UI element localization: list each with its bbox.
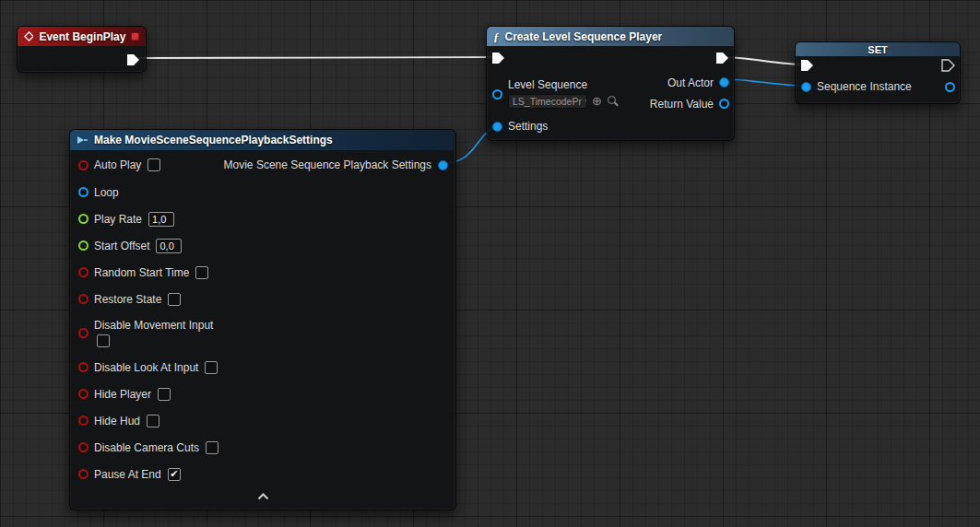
- function-node-header[interactable]: ƒ Create Level Sequence Player: [487, 27, 734, 46]
- node-title: SET: [868, 44, 887, 55]
- checkbox[interactable]: [158, 388, 171, 401]
- blueprint-canvas[interactable]: Event BeginPlay ƒ Create Level Sequence …: [0, 0, 980, 527]
- make-node-header[interactable]: Make MovieSceneSequencePlaybackSettings: [70, 130, 455, 150]
- set-output-pin[interactable]: [945, 82, 955, 92]
- sequence-instance-pin[interactable]: [801, 82, 811, 92]
- checkbox[interactable]: [147, 415, 159, 427]
- pin-label: Restore State: [94, 293, 161, 306]
- pin-label: Settings: [508, 120, 548, 133]
- exec-in-pin[interactable]: [800, 59, 814, 72]
- pin-label: Auto Play: [94, 158, 141, 171]
- pin-label: Hide Hud: [94, 415, 140, 427]
- pin-label: Disable Movement Input: [94, 319, 213, 332]
- pin-row: Hide Player: [70, 381, 455, 407]
- pin-label: Disable Look At Input: [94, 361, 198, 374]
- return-value-pin[interactable]: [719, 99, 729, 109]
- chevron-up-icon: [257, 493, 269, 500]
- pin-row: Disable Look At Input: [70, 354, 455, 381]
- event-diamond-icon: [24, 31, 33, 41]
- play-rate-input[interactable]: [148, 212, 174, 227]
- node-make-playback-settings[interactable]: Make MovieSceneSequencePlaybackSettings …: [69, 129, 456, 510]
- checkbox[interactable]: ✔: [168, 468, 181, 481]
- pin-label: Play Rate: [94, 213, 142, 226]
- bool-pin[interactable]: [78, 294, 89, 304]
- checkbox[interactable]: [168, 293, 181, 306]
- event-node-header[interactable]: Event BeginPlay: [18, 27, 146, 46]
- event-flag-badge[interactable]: [131, 32, 139, 41]
- function-icon: ƒ: [493, 29, 500, 44]
- struct-output-pin[interactable]: [438, 160, 448, 170]
- node-set-sequence-instance[interactable]: SET Sequence Instance: [795, 41, 961, 104]
- checkmark: ✔: [170, 469, 178, 479]
- bool-pin[interactable]: [78, 362, 89, 372]
- pin-label: Disable Camera Cuts: [94, 441, 199, 454]
- pin-row: Play Rate: [70, 205, 455, 232]
- pin-label: Loop: [94, 186, 119, 199]
- make-struct-icon: [77, 135, 89, 146]
- start-offset-input[interactable]: [156, 239, 182, 253]
- pin-label: Out Actor: [667, 76, 714, 89]
- checkbox[interactable]: [148, 158, 160, 171]
- node-title: Create Level Sequence Player: [505, 30, 663, 43]
- node-event-beginplay[interactable]: Event BeginPlay: [17, 26, 147, 73]
- struct-pin[interactable]: [78, 187, 89, 197]
- bool-pin[interactable]: [78, 328, 89, 338]
- exec-wire-beginplay-to-create[interactable]: [138, 57, 497, 58]
- pin-label: Level Sequence: [508, 78, 619, 91]
- bool-pin[interactable]: [78, 469, 89, 479]
- collapse-node-control[interactable]: [70, 487, 455, 506]
- node-create-level-sequence-player[interactable]: ƒ Create Level Sequence Player Level Seq…: [486, 26, 735, 141]
- out-actor-pin[interactable]: [719, 77, 729, 88]
- chevron-down-icon: ▾: [585, 97, 587, 106]
- pin-label: Hide Player: [94, 388, 151, 401]
- bool-pin[interactable]: [78, 160, 89, 170]
- bool-pin[interactable]: [78, 389, 89, 399]
- browse-asset-icon[interactable]: [607, 95, 619, 107]
- pin-row: Start Offset: [70, 232, 455, 259]
- pin-label: Pause At End: [94, 468, 161, 481]
- exec-in-pin[interactable]: [491, 52, 505, 64]
- pin-row: Loop: [70, 179, 455, 205]
- asset-dropdown[interactable]: LS_TimecodePr ▾: [508, 94, 587, 109]
- pin-row: Disable Movement Input: [70, 312, 455, 354]
- settings-pin[interactable]: [492, 122, 502, 132]
- pin-row: Random Start Time: [70, 259, 455, 286]
- node-title: Make MovieSceneSequencePlaybackSettings: [94, 134, 333, 146]
- set-node-header[interactable]: SET: [796, 42, 960, 56]
- exec-out-pin[interactable]: [715, 52, 729, 64]
- asset-dropdown-value: LS_TimecodePr: [513, 96, 582, 107]
- struct-output-label: Movie Scene Sequence Playback Settings: [224, 158, 431, 171]
- pin-row: Restore State: [70, 286, 455, 312]
- bool-pin[interactable]: [78, 442, 89, 452]
- pin-row: Hide Hud: [70, 407, 455, 434]
- bool-pin[interactable]: [78, 267, 89, 277]
- exec-out-pin[interactable]: [126, 53, 140, 66]
- object-wire-outactor-to-sequenceinstance[interactable]: [724, 79, 805, 86]
- pin-label: Start Offset: [94, 240, 149, 252]
- float-pin[interactable]: [78, 214, 89, 224]
- bool-pin[interactable]: [78, 416, 89, 426]
- pin-row: Disable Camera Cuts: [70, 434, 455, 461]
- exec-out-pin[interactable]: [941, 59, 955, 72]
- pin-row: Auto Play Movie Scene Sequence Playback …: [70, 151, 455, 179]
- checkbox[interactable]: [205, 361, 218, 374]
- pin-label: Return Value: [650, 98, 714, 111]
- pin-row: Pause At End ✔: [70, 461, 455, 487]
- checkbox[interactable]: [97, 334, 110, 347]
- pin-label: Sequence Instance: [817, 80, 912, 93]
- checkbox[interactable]: [206, 441, 218, 454]
- pin-label: Random Start Time: [94, 266, 189, 279]
- checkbox[interactable]: [195, 266, 208, 279]
- float-pin[interactable]: [78, 240, 89, 251]
- use-selected-icon[interactable]: ⊕: [592, 95, 602, 107]
- level-sequence-pin[interactable]: [492, 89, 502, 100]
- node-title: Event BeginPlay: [39, 30, 125, 43]
